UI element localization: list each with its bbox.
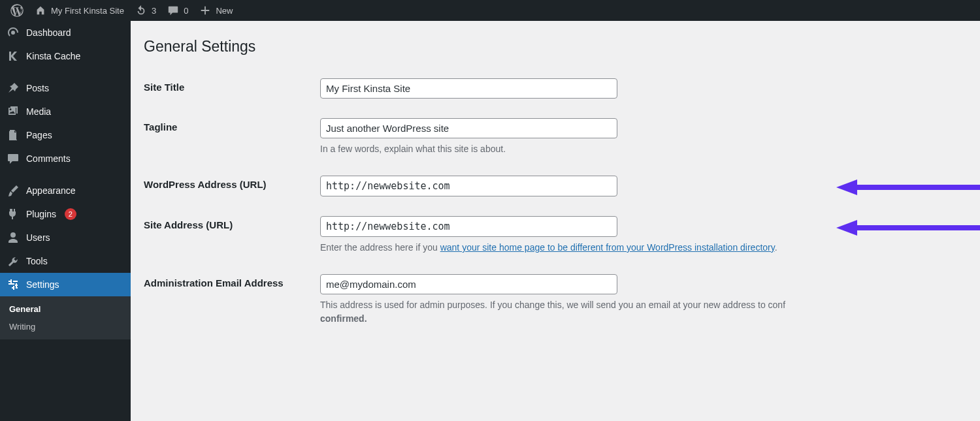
page-icon bbox=[7, 129, 20, 142]
comment-icon bbox=[167, 4, 180, 17]
dashboard-icon bbox=[7, 26, 20, 39]
tagline-help: In a few words, explain what this site i… bbox=[320, 142, 960, 156]
sidebar-item-media[interactable]: Media bbox=[0, 100, 131, 123]
sidebar-item-dashboard[interactable]: Dashboard bbox=[0, 21, 131, 44]
site-url-help: Enter the address here if you want your … bbox=[320, 241, 960, 255]
site-url-label: Site Address (URL) bbox=[144, 206, 314, 264]
appearance-label: Appearance bbox=[26, 185, 76, 196]
plugins-badge: 2 bbox=[65, 208, 76, 220]
sliders-icon bbox=[7, 278, 20, 291]
site-name-link[interactable]: My First Kinsta Site bbox=[29, 0, 129, 21]
plugins-label: Plugins bbox=[26, 209, 56, 219]
settings-label: Settings bbox=[26, 279, 59, 290]
arrow-annotation-icon bbox=[836, 218, 980, 238]
admin-email-input[interactable] bbox=[320, 274, 617, 294]
plus-icon bbox=[199, 4, 212, 17]
wp-logo[interactable] bbox=[5, 0, 29, 21]
settings-submenu: General Writing bbox=[0, 296, 131, 339]
new-content-link[interactable]: New bbox=[193, 0, 238, 21]
sidebar-item-appearance[interactable]: Appearance bbox=[0, 179, 131, 202]
sidebar-item-users[interactable]: Users bbox=[0, 226, 131, 249]
wp-url-input[interactable] bbox=[320, 176, 617, 196]
menu-separator bbox=[0, 70, 131, 74]
users-label: Users bbox=[26, 232, 50, 243]
admin-email-help-line1: This address is used for admin purposes.… bbox=[320, 300, 785, 310]
admin-email-label: Administration Email Address bbox=[144, 264, 314, 335]
wrench-icon bbox=[7, 255, 20, 268]
admin-bar-site-title: My First Kinsta Site bbox=[51, 6, 124, 16]
updates-icon bbox=[135, 4, 148, 17]
admin-email-help: This address is used for admin purposes.… bbox=[320, 298, 960, 326]
site-title-label: Site Title bbox=[144, 69, 314, 108]
wp-url-label: WordPress Address (URL) bbox=[144, 166, 314, 206]
admin-email-help-bold: confirmed. bbox=[320, 313, 367, 324]
submenu-general[interactable]: General bbox=[0, 300, 131, 318]
pin-icon bbox=[7, 82, 20, 95]
arrow-annotation-icon bbox=[836, 178, 980, 197]
page-title: General Settings bbox=[144, 38, 967, 55]
sidebar-item-settings[interactable]: Settings bbox=[0, 273, 131, 296]
media-icon bbox=[7, 105, 20, 118]
svg-marker-3 bbox=[836, 220, 857, 236]
menu-separator bbox=[0, 173, 131, 176]
posts-label: Posts bbox=[26, 83, 49, 93]
sidebar-item-plugins[interactable]: Plugins 2 bbox=[0, 202, 131, 226]
new-label: New bbox=[216, 6, 233, 16]
sidebar-item-tools[interactable]: Tools bbox=[0, 249, 131, 273]
sidebar-item-comments[interactable]: Comments bbox=[0, 147, 131, 170]
pages-label: Pages bbox=[26, 130, 52, 140]
comments-label: Comments bbox=[26, 153, 71, 164]
wordpress-icon bbox=[10, 4, 24, 17]
sidebar-item-posts[interactable]: Posts bbox=[0, 76, 131, 100]
tagline-label: Tagline bbox=[144, 108, 314, 166]
admin-bar: My First Kinsta Site 3 0 New bbox=[0, 0, 980, 21]
main-content: General Settings Site Title Tagline In a… bbox=[131, 21, 980, 421]
site-url-help-suffix: . bbox=[775, 242, 777, 253]
home-icon bbox=[34, 4, 47, 17]
user-icon bbox=[7, 231, 20, 244]
submenu-writing[interactable]: Writing bbox=[0, 318, 131, 335]
site-url-input[interactable] bbox=[320, 216, 617, 237]
kinsta-icon bbox=[7, 50, 20, 63]
plug-icon bbox=[7, 208, 20, 221]
site-title-input[interactable] bbox=[320, 78, 617, 99]
comments-link[interactable]: 0 bbox=[161, 0, 193, 21]
sidebar-item-pages[interactable]: Pages bbox=[0, 123, 131, 147]
admin-sidebar: Dashboard Kinsta Cache Posts Media Page bbox=[0, 21, 131, 421]
comments-count: 0 bbox=[184, 6, 188, 16]
site-url-help-prefix: Enter the address here if you bbox=[320, 242, 440, 253]
media-label: Media bbox=[26, 106, 51, 117]
kinsta-cache-label: Kinsta Cache bbox=[26, 51, 80, 61]
dashboard-label: Dashboard bbox=[26, 27, 71, 38]
updates-count: 3 bbox=[152, 6, 156, 16]
brush-icon bbox=[7, 184, 20, 197]
site-url-help-link[interactable]: want your site home page to be different… bbox=[440, 242, 775, 253]
updates-link[interactable]: 3 bbox=[129, 0, 161, 21]
tagline-input[interactable] bbox=[320, 118, 617, 138]
svg-marker-1 bbox=[836, 179, 857, 195]
comments-icon bbox=[7, 152, 20, 165]
settings-form: Site Title Tagline In a few words, expla… bbox=[144, 69, 967, 335]
tools-label: Tools bbox=[26, 256, 48, 266]
sidebar-item-kinsta-cache[interactable]: Kinsta Cache bbox=[0, 44, 131, 68]
